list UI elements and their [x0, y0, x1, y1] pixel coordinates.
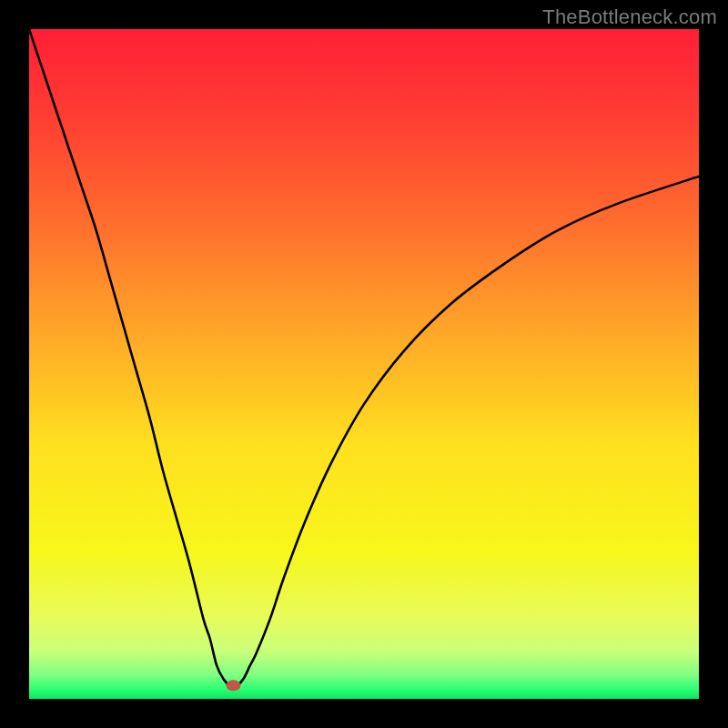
watermark-text: TheBottleneck.com	[542, 5, 717, 29]
bottleneck-chart	[29, 29, 699, 699]
optimal-point-marker	[226, 680, 240, 691]
plot-area	[29, 29, 699, 699]
gradient-background	[29, 29, 699, 699]
chart-frame: TheBottleneck.com	[0, 0, 728, 728]
